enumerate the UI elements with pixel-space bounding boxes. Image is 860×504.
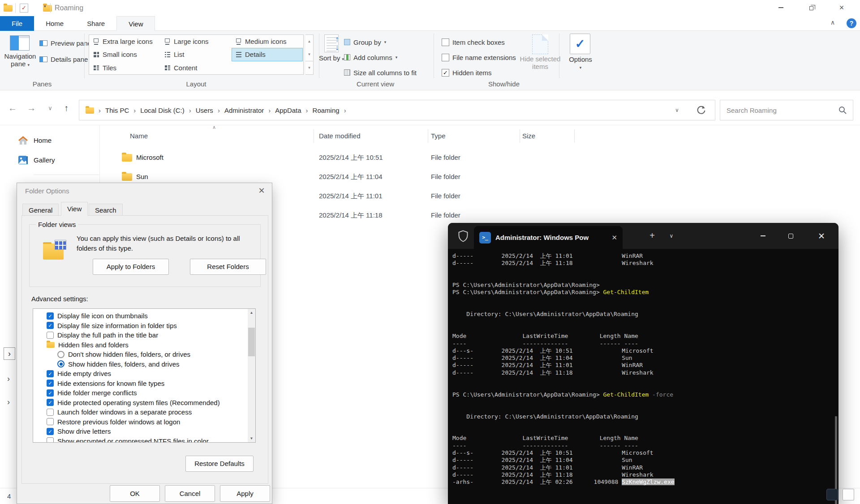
refresh-icon[interactable] <box>697 105 706 117</box>
scroll-down-icon[interactable]: ▼ <box>305 48 313 61</box>
address-dropdown-icon[interactable]: ∨ <box>675 100 679 120</box>
search-icon[interactable] <box>838 106 847 117</box>
checked-checkbox-icon[interactable]: ✓ <box>47 322 54 329</box>
layout-option-details[interactable]: Details <box>232 48 303 61</box>
ribbon-tab-home[interactable]: Home <box>34 16 75 31</box>
preview-pane-button[interactable]: Preview pane <box>39 38 91 48</box>
advanced-setting-display-the-full-path-in-the-title-bar[interactable]: Display the full path in the title bar <box>33 330 239 340</box>
column-separator[interactable] <box>314 129 314 143</box>
add-columns-button[interactable]: Add columns▾ <box>344 52 397 62</box>
checked-checkbox-icon[interactable]: ✓ <box>47 312 54 320</box>
dialog-tab-view[interactable]: View <box>61 202 88 216</box>
taskbar-icon[interactable] <box>826 489 838 500</box>
selected-radio-icon[interactable] <box>57 360 64 367</box>
apply-to-folders-button[interactable]: Apply to Folders <box>93 259 169 275</box>
checked-checkbox-icon[interactable]: ✓ <box>47 370 54 377</box>
column-header-date-modified[interactable]: Date modified <box>319 127 361 145</box>
advanced-setting-display-file-size-information-in-folder-tips[interactable]: ✓Display file size information in folder… <box>33 321 239 331</box>
hide-selected-items-button[interactable]: Hide selected items <box>518 55 563 70</box>
back-icon[interactable]: ← <box>4 99 22 117</box>
advanced-setting-restore-previous-folder-windows-at-logon[interactable]: Restore previous folder windows at logon <box>33 417 239 427</box>
taskbar-icon[interactable] <box>843 489 854 500</box>
layout-option-tiles[interactable]: Tiles <box>89 61 160 74</box>
sort-by-button[interactable]: Sort by ▾ <box>315 54 348 63</box>
breadcrumb-item-local-disk-c[interactable]: Local Disk (C:) <box>136 107 188 114</box>
options-icon[interactable]: ✓ <box>570 34 590 54</box>
breadcrumb-item-roaming[interactable]: Roaming <box>309 107 344 114</box>
dialog-close-icon[interactable]: ✕ <box>253 184 270 197</box>
tree-expand-icon[interactable]: › <box>7 374 10 384</box>
hidden-items-checkbox[interactable]: ✓ <box>442 69 449 77</box>
address-bar[interactable]: ›This PC›Local Disk (C:)›Users›Administr… <box>79 100 715 120</box>
terminal-close-button[interactable]: ✕ <box>804 223 838 249</box>
scroll-up-icon[interactable]: ▲ <box>305 35 313 48</box>
reset-folders-button[interactable]: Reset Folders <box>190 259 266 275</box>
qat-properties-icon[interactable]: ✓ <box>20 4 28 13</box>
terminal-minimize-button[interactable] <box>749 223 777 249</box>
file-row[interactable]: Microsoft2025/2/14 上午 10:51File folder <box>99 148 574 167</box>
group-by-button[interactable]: Group by▾ <box>344 37 386 47</box>
sidebar-item-home[interactable]: Home <box>18 132 99 148</box>
advanced-setting-don-t-show-hidden-files-folders-or-drives[interactable]: Don't show hidden files, folders, or dri… <box>33 350 239 359</box>
new-tab-icon[interactable]: + <box>643 223 661 249</box>
apply-button[interactable]: Apply <box>220 485 270 502</box>
breadcrumb-item-administrator[interactable]: Administrator <box>220 107 268 114</box>
advanced-setting-launch-folder-windows-in-a-separate-process[interactable]: Launch folder windows in a separate proc… <box>33 407 239 417</box>
column-separator[interactable] <box>428 129 428 143</box>
ribbon-tab-share[interactable]: Share <box>75 16 116 31</box>
qat-customize-icon[interactable]: ▾ <box>44 4 46 9</box>
scrollbar-thumb[interactable] <box>248 328 255 356</box>
advanced-setting-show-encrypted-or-compressed-ntfs-files-in-color[interactable]: Show encrypted or compressed NTFS files … <box>33 436 239 443</box>
column-header-size[interactable]: Size <box>522 127 535 145</box>
layout-option-extra-large-icons[interactable]: Extra large icons <box>89 35 160 48</box>
breadcrumb-item-this-pc[interactable]: This PC <box>101 107 133 114</box>
unchecked-checkbox-icon[interactable] <box>47 332 54 339</box>
item-check-boxes-checkbox[interactable] <box>442 38 449 46</box>
unchecked-checkbox-icon[interactable] <box>47 418 54 425</box>
sidebar-item-gallery[interactable]: Gallery <box>18 152 99 167</box>
hidden-items-checkbox-row[interactable]: ✓Hidden items <box>442 68 492 77</box>
column-header-type[interactable]: Type <box>431 127 446 145</box>
scroll-down-icon[interactable]: ▼ <box>248 435 255 442</box>
checked-checkbox-icon[interactable]: ✓ <box>47 428 54 435</box>
options-button[interactable]: Options▾ <box>563 56 598 71</box>
dialog-tab-general[interactable]: General <box>22 204 59 216</box>
tree-expand-icon[interactable]: › <box>7 397 10 407</box>
advanced-setting-hide-extensions-for-known-file-types[interactable]: ✓Hide extensions for known file types <box>33 379 239 389</box>
ribbon-tab-file[interactable]: File <box>0 16 34 31</box>
recent-locations-icon[interactable]: ∨ <box>41 99 59 117</box>
unselected-radio-icon[interactable] <box>57 351 64 358</box>
breadcrumb-item-users[interactable]: Users <box>192 107 217 114</box>
advanced-setting-hide-empty-drives[interactable]: ✓Hide empty drives <box>33 369 239 379</box>
advanced-setting-show-drive-letters[interactable]: ✓Show drive letters <box>33 427 239 436</box>
terminal-tab[interactable]: >_ Administrator: Windows Pow ✕ <box>474 226 623 249</box>
layout-option-list[interactable]: List <box>160 48 232 61</box>
tab-dropdown-icon[interactable]: ∨ <box>664 223 679 249</box>
cancel-button[interactable]: Cancel <box>165 485 215 502</box>
column-header-name[interactable]: Name <box>130 127 148 145</box>
terminal-output[interactable]: d----- 2025/2/14 上午 11:01 WinRARd----- 2… <box>448 249 838 504</box>
advanced-setting-show-hidden-files-folders-and-drives[interactable]: Show hidden files, folders, and drives <box>33 359 239 369</box>
advanced-setting-hide-protected-operating-system-files-recommended[interactable]: ✓Hide protected operating system files (… <box>33 398 239 408</box>
close-button[interactable]: × <box>831 1 852 14</box>
unchecked-checkbox-icon[interactable] <box>47 409 54 416</box>
ribbon-tab-view[interactable]: View <box>116 16 155 31</box>
advanced-setting-hidden-files-and-folders[interactable]: Hidden files and folders <box>33 340 239 350</box>
layout-option-medium-icons[interactable]: Medium icons <box>232 35 303 48</box>
more-options-icon[interactable]: ▼ <box>305 61 313 74</box>
terminal-maximize-button[interactable] <box>777 223 804 249</box>
layout-option-large-icons[interactable]: Large icons <box>160 35 232 48</box>
checked-checkbox-icon[interactable]: ✓ <box>47 399 54 406</box>
file-name-extensions-checkbox[interactable] <box>442 54 449 61</box>
layout-scroll-arrows[interactable]: ▲▼▼ <box>305 34 314 75</box>
layout-option-small-icons[interactable]: Small icons <box>89 48 160 61</box>
advanced-setting-display-file-icon-on-thumbnails[interactable]: ✓Display file icon on thumbnails <box>33 311 239 321</box>
forward-icon[interactable]: → <box>22 99 40 117</box>
restore-defaults-button[interactable]: Restore Defaults <box>185 456 254 472</box>
breadcrumb-item-appdata[interactable]: AppData <box>271 107 305 114</box>
up-icon[interactable]: ↑ <box>57 99 75 117</box>
advanced-setting-hide-folder-merge-conflicts[interactable]: ✓Hide folder merge conflicts <box>33 388 239 398</box>
navigation-pane-button[interactable]: Navigation pane ▾ <box>0 52 40 69</box>
navigation-pane-icon[interactable] <box>10 35 30 51</box>
collapse-ribbon-icon[interactable]: ∧ <box>830 19 835 26</box>
